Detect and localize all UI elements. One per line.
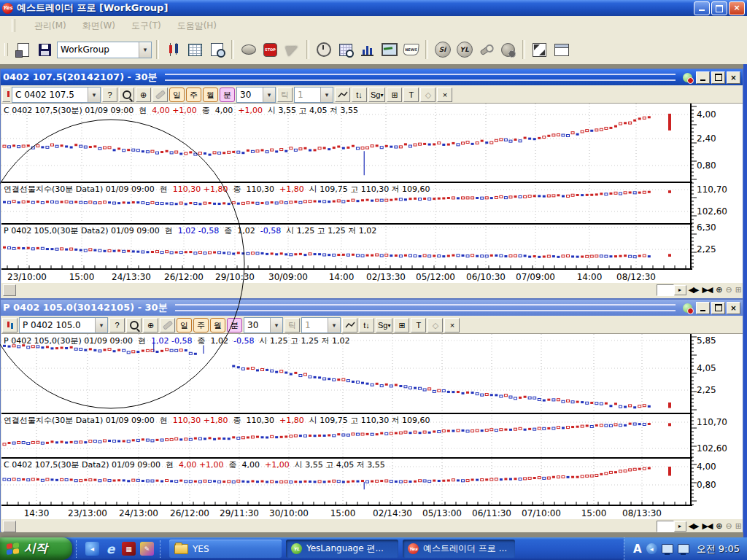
- scroll-cap[interactable]: [3, 521, 16, 532]
- tick-button[interactable]: 틱: [277, 88, 293, 102]
- text-tool-button[interactable]: T: [403, 88, 419, 102]
- network-icon[interactable]: [678, 544, 689, 553]
- maximize-button[interactable]: [711, 302, 725, 314]
- close-button[interactable]: ×: [727, 302, 740, 314]
- yeslanguage-icon[interactable]: YL: [454, 39, 474, 61]
- grid-layout-button[interactable]: ⊞: [394, 318, 409, 332]
- compress-bars-icon[interactable]: ▶◀: [702, 285, 711, 295]
- minimize-button[interactable]: [696, 302, 710, 314]
- chart-icon[interactable]: [163, 39, 183, 61]
- tray-collapse-icon[interactable]: ◂: [646, 543, 657, 554]
- tick-button[interactable]: 틱: [285, 318, 300, 332]
- fullscreen-icon[interactable]: [530, 39, 549, 61]
- tick-count-select[interactable]: 1 ▾: [294, 87, 333, 103]
- chart-plot-area[interactable]: 4,002,400,80C 0402 107,5(30분) 01/09 09:0…: [1, 103, 743, 283]
- workgroup-select[interactable]: WorkGroup ▾: [57, 42, 152, 58]
- delete-tool-button[interactable]: ×: [437, 88, 452, 102]
- alert-balloon-icon[interactable]: [683, 73, 692, 82]
- diamond-tool-button[interactable]: ◇: [420, 88, 436, 102]
- zoom-in-icon[interactable]: ⊕: [716, 285, 721, 295]
- signal-overlay-button[interactable]: Sg▾: [368, 88, 385, 102]
- compress-bars-icon[interactable]: ▶◀: [702, 521, 711, 531]
- titlebar-stretch-grip[interactable]: [165, 74, 676, 81]
- candle-chart-button[interactable]: [2, 318, 18, 332]
- alert-balloon-icon[interactable]: [683, 303, 692, 313]
- close-button[interactable]: ×: [729, 1, 745, 15]
- zoom-out-icon[interactable]: ⊖: [726, 521, 731, 531]
- scroll-cap[interactable]: [3, 284, 16, 296]
- chart-window-titlebar[interactable]: 0402 107.5(20142107) - 30분 ×: [1, 69, 743, 85]
- chevron-down-icon[interactable]: ▾: [139, 42, 151, 58]
- show-desktop-icon[interactable]: ◂: [85, 542, 99, 556]
- menubar-grip[interactable]: [12, 19, 15, 32]
- updown-button[interactable]: t↓: [352, 88, 367, 102]
- minimize-button[interactable]: [696, 71, 710, 84]
- period-month-button[interactable]: 월: [210, 318, 225, 332]
- scroll-right-button[interactable]: ▸: [674, 285, 686, 295]
- period-week-button[interactable]: 주: [186, 88, 201, 102]
- close-button[interactable]: ×: [727, 71, 740, 84]
- symbol-select[interactable]: P 0402 105.0 ▾: [19, 317, 108, 333]
- signal-icon[interactable]: Si: [433, 39, 452, 61]
- period-week-button[interactable]: 주: [193, 318, 209, 332]
- tools-icon[interactable]: [476, 39, 496, 61]
- restore-button[interactable]: [711, 1, 727, 15]
- chevron-down-icon[interactable]: ▾: [95, 318, 107, 332]
- new-workspace-icon[interactable]: [13, 39, 33, 61]
- grid-layout-button[interactable]: ⊞: [387, 88, 402, 102]
- updown-button[interactable]: t↓: [359, 318, 374, 332]
- order-send-icon[interactable]: [282, 39, 302, 61]
- time-tool-icon[interactable]: [314, 39, 333, 61]
- minimize-button[interactable]: [694, 1, 710, 15]
- magnify-button[interactable]: [119, 88, 134, 102]
- signal-overlay-button[interactable]: Sg▾: [376, 318, 392, 332]
- formula-search-icon[interactable]: [336, 39, 355, 61]
- interval-select[interactable]: 30 ▾: [244, 317, 283, 333]
- period-day-button[interactable]: 일: [177, 318, 192, 332]
- chart-window-titlebar[interactable]: P 0402 105.0(30142105) - 30분 ×: [1, 300, 743, 316]
- zoom-out-icon[interactable]: ⊖: [726, 285, 731, 295]
- paint-icon[interactable]: ✎: [140, 542, 154, 556]
- toolbar-grip[interactable]: [4, 43, 8, 56]
- menu-tools[interactable]: 도구(T): [131, 20, 161, 32]
- period-day-button[interactable]: 일: [169, 88, 185, 102]
- chevron-down-icon[interactable]: ▾: [263, 88, 275, 102]
- line-chart-button[interactable]: [335, 88, 350, 102]
- chevron-down-icon[interactable]: ▾: [270, 318, 282, 332]
- chevron-down-icon[interactable]: ▾: [320, 88, 333, 102]
- system-monitor-icon[interactable]: [379, 39, 399, 61]
- line-chart-button[interactable]: [342, 318, 357, 332]
- chart-plot-area[interactable]: 5,854,052,25P 0402 105,0(30분) 01/09 09:0…: [1, 333, 743, 519]
- window-layout-icon[interactable]: [551, 39, 571, 61]
- magnify-button[interactable]: [126, 318, 142, 332]
- delete-tool-button[interactable]: ×: [444, 318, 460, 332]
- scrollbar-thumb[interactable]: [657, 284, 674, 296]
- help-button[interactable]: ?: [102, 88, 117, 102]
- period-minute-button[interactable]: 분: [220, 88, 235, 102]
- period-minute-button[interactable]: 분: [227, 318, 242, 332]
- grid-icon[interactable]: ⊞: [735, 285, 740, 295]
- quote-board-icon[interactable]: [185, 39, 205, 61]
- pencil-button[interactable]: [160, 318, 175, 332]
- media-icon[interactable]: ▦: [122, 542, 136, 556]
- text-tool-button[interactable]: T: [411, 318, 426, 332]
- symbol-select[interactable]: C 0402 107.5 ▾: [12, 87, 101, 103]
- app-titlebar[interactable]: Yes 예스트레이더 프로 [WorkGroup] ×: [0, 0, 747, 16]
- news-icon[interactable]: NEWS: [401, 39, 421, 61]
- period-month-button[interactable]: 월: [203, 88, 218, 102]
- chart-window-put[interactable]: P 0402 105.0(30142105) - 30분 × P 0402 10…: [0, 299, 743, 532]
- browser-icon[interactable]: e: [104, 542, 117, 556]
- chevron-down-icon[interactable]: ▾: [328, 318, 340, 332]
- diamond-tool-button[interactable]: ◇: [427, 318, 443, 332]
- scrollbar-thumb[interactable]: [657, 521, 674, 532]
- task-button-yeslanguage[interactable]: YL YesLanguage 편...: [286, 540, 398, 558]
- start-button[interactable]: 시작: [0, 537, 72, 560]
- maximize-button[interactable]: [711, 71, 725, 84]
- stop-order-icon[interactable]: STOP: [260, 39, 280, 61]
- expand-bars-icon[interactable]: ◀▶: [689, 285, 698, 295]
- stock-search-icon[interactable]: [207, 39, 227, 61]
- tick-count-select[interactable]: 1 ▾: [301, 317, 341, 333]
- chevron-down-icon[interactable]: ▾: [88, 88, 100, 102]
- zoom-in-icon[interactable]: ⊕: [716, 521, 721, 531]
- menu-help[interactable]: 도움말(H): [177, 20, 217, 32]
